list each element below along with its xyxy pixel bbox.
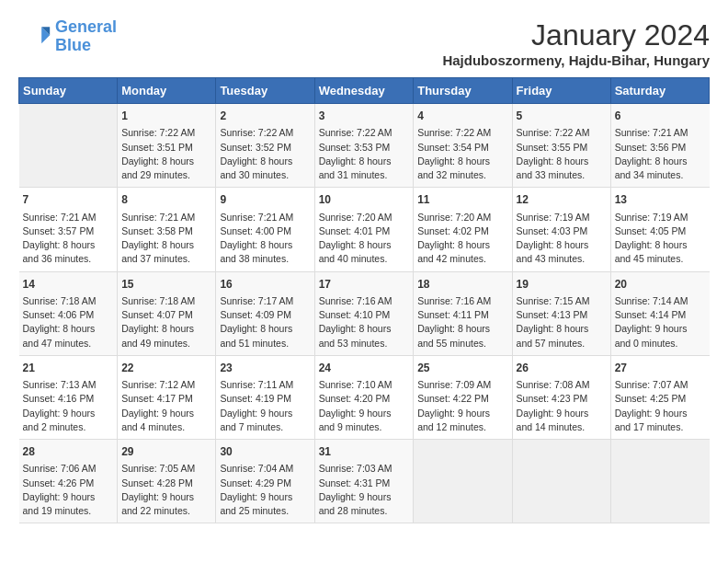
calendar-cell: 26Sunrise: 7:08 AM Sunset: 4:23 PM Dayli… — [512, 355, 610, 439]
day-number: 7 — [23, 192, 114, 208]
day-info: Sunrise: 7:10 AM Sunset: 4:20 PM Dayligh… — [319, 378, 410, 434]
day-info: Sunrise: 7:16 AM Sunset: 4:11 PM Dayligh… — [417, 294, 507, 350]
day-info: Sunrise: 7:12 AM Sunset: 4:17 PM Dayligh… — [121, 378, 211, 434]
day-number: 17 — [319, 277, 410, 293]
day-number: 1 — [121, 109, 211, 124]
day-number: 29 — [121, 444, 211, 460]
calendar-cell: 21Sunrise: 7:13 AM Sunset: 4:16 PM Dayli… — [19, 355, 118, 439]
day-number: 11 — [417, 192, 507, 208]
day-number: 12 — [517, 192, 607, 208]
day-info: Sunrise: 7:21 AM Sunset: 3:58 PM Dayligh… — [121, 211, 211, 267]
calendar-cell: 18Sunrise: 7:16 AM Sunset: 4:11 PM Dayli… — [414, 271, 512, 355]
weekday-header-monday: Monday — [118, 78, 216, 104]
day-info: Sunrise: 7:13 AM Sunset: 4:16 PM Dayligh… — [23, 378, 114, 434]
calendar-cell: 16Sunrise: 7:17 AM Sunset: 4:09 PM Dayli… — [216, 271, 314, 355]
day-number: 14 — [23, 277, 114, 293]
calendar-cell: 31Sunrise: 7:03 AM Sunset: 4:31 PM Dayli… — [314, 440, 414, 523]
calendar-week-1: 1Sunrise: 7:22 AM Sunset: 3:51 PM Daylig… — [19, 104, 710, 188]
logo-text: General Blue — [55, 18, 117, 55]
day-info: Sunrise: 7:03 AM Sunset: 4:31 PM Dayligh… — [319, 462, 410, 518]
weekday-header-thursday: Thursday — [414, 78, 512, 104]
location: Hajduboszormeny, Hajdu-Bihar, Hungary — [442, 52, 710, 68]
calendar-cell: 11Sunrise: 7:20 AM Sunset: 4:02 PM Dayli… — [414, 188, 512, 271]
day-info: Sunrise: 7:19 AM Sunset: 4:03 PM Dayligh… — [517, 211, 607, 267]
day-info: Sunrise: 7:22 AM Sunset: 3:54 PM Dayligh… — [417, 126, 507, 182]
day-number: 31 — [319, 444, 410, 460]
day-number: 15 — [121, 277, 211, 293]
day-info: Sunrise: 7:07 AM Sunset: 4:25 PM Dayligh… — [615, 378, 706, 434]
calendar-cell: 9Sunrise: 7:21 AM Sunset: 4:00 PM Daylig… — [216, 188, 314, 271]
weekday-header-row: SundayMondayTuesdayWednesdayThursdayFrid… — [19, 78, 710, 104]
calendar-cell: 23Sunrise: 7:11 AM Sunset: 4:19 PM Dayli… — [216, 355, 314, 439]
calendar-cell — [610, 440, 709, 523]
weekday-header-wednesday: Wednesday — [314, 78, 414, 104]
title-block: January 2024 Hajduboszormeny, Hajdu-Biha… — [442, 18, 710, 68]
calendar-cell: 27Sunrise: 7:07 AM Sunset: 4:25 PM Dayli… — [610, 355, 709, 439]
day-number: 3 — [319, 109, 410, 124]
calendar-cell: 29Sunrise: 7:05 AM Sunset: 4:28 PM Dayli… — [118, 440, 216, 523]
day-number: 25 — [417, 361, 507, 376]
day-number: 9 — [220, 192, 310, 208]
calendar-cell: 30Sunrise: 7:04 AM Sunset: 4:29 PM Dayli… — [216, 440, 314, 523]
day-info: Sunrise: 7:21 AM Sunset: 4:00 PM Dayligh… — [220, 211, 310, 267]
day-number: 24 — [319, 361, 410, 376]
calendar-cell — [414, 440, 512, 523]
calendar-cell: 12Sunrise: 7:19 AM Sunset: 4:03 PM Dayli… — [512, 188, 610, 271]
day-number: 30 — [220, 444, 310, 460]
day-number: 8 — [121, 192, 211, 208]
day-info: Sunrise: 7:22 AM Sunset: 3:51 PM Dayligh… — [121, 126, 211, 182]
calendar-cell: 19Sunrise: 7:15 AM Sunset: 4:13 PM Dayli… — [512, 271, 610, 355]
calendar-cell: 3Sunrise: 7:22 AM Sunset: 3:53 PM Daylig… — [314, 104, 414, 188]
calendar-cell: 22Sunrise: 7:12 AM Sunset: 4:17 PM Dayli… — [118, 355, 216, 439]
weekday-header-friday: Friday — [512, 78, 610, 104]
day-info: Sunrise: 7:19 AM Sunset: 4:05 PM Dayligh… — [615, 211, 706, 267]
calendar-cell: 4Sunrise: 7:22 AM Sunset: 3:54 PM Daylig… — [414, 104, 512, 188]
calendar-cell: 17Sunrise: 7:16 AM Sunset: 4:10 PM Dayli… — [314, 271, 414, 355]
day-number: 10 — [319, 192, 410, 208]
day-number: 19 — [517, 277, 607, 293]
day-number: 18 — [417, 277, 507, 293]
day-number: 21 — [23, 361, 114, 376]
day-info: Sunrise: 7:06 AM Sunset: 4:26 PM Dayligh… — [23, 462, 114, 518]
month-year: January 2024 — [442, 18, 710, 52]
day-info: Sunrise: 7:16 AM Sunset: 4:10 PM Dayligh… — [319, 294, 410, 350]
day-number: 4 — [417, 109, 507, 124]
day-info: Sunrise: 7:14 AM Sunset: 4:14 PM Dayligh… — [615, 294, 706, 350]
day-info: Sunrise: 7:22 AM Sunset: 3:52 PM Dayligh… — [220, 126, 310, 182]
day-info: Sunrise: 7:08 AM Sunset: 4:23 PM Dayligh… — [517, 378, 607, 434]
calendar-cell: 10Sunrise: 7:20 AM Sunset: 4:01 PM Dayli… — [314, 188, 414, 271]
day-info: Sunrise: 7:11 AM Sunset: 4:19 PM Dayligh… — [220, 378, 310, 434]
day-info: Sunrise: 7:15 AM Sunset: 4:13 PM Dayligh… — [517, 294, 607, 350]
day-number: 16 — [220, 277, 310, 293]
calendar-cell: 1Sunrise: 7:22 AM Sunset: 3:51 PM Daylig… — [118, 104, 216, 188]
calendar-cell: 2Sunrise: 7:22 AM Sunset: 3:52 PM Daylig… — [216, 104, 314, 188]
calendar-cell: 6Sunrise: 7:21 AM Sunset: 3:56 PM Daylig… — [610, 104, 709, 188]
day-info: Sunrise: 7:21 AM Sunset: 3:56 PM Dayligh… — [615, 126, 706, 182]
day-number: 26 — [517, 361, 607, 376]
day-number: 23 — [220, 361, 310, 376]
day-info: Sunrise: 7:21 AM Sunset: 3:57 PM Dayligh… — [23, 211, 114, 267]
day-info: Sunrise: 7:18 AM Sunset: 4:06 PM Dayligh… — [23, 294, 114, 350]
day-number: 5 — [517, 109, 607, 124]
calendar-week-4: 21Sunrise: 7:13 AM Sunset: 4:16 PM Dayli… — [19, 355, 710, 439]
day-info: Sunrise: 7:17 AM Sunset: 4:09 PM Dayligh… — [220, 294, 310, 350]
day-number: 28 — [23, 444, 114, 460]
page-header: General Blue January 2024 Hajduboszormen… — [18, 18, 710, 68]
calendar-table: SundayMondayTuesdayWednesdayThursdayFrid… — [18, 77, 710, 523]
calendar-cell: 28Sunrise: 7:06 AM Sunset: 4:26 PM Dayli… — [19, 440, 118, 523]
calendar-cell: 13Sunrise: 7:19 AM Sunset: 4:05 PM Dayli… — [610, 188, 709, 271]
day-number: 6 — [615, 109, 706, 124]
day-info: Sunrise: 7:20 AM Sunset: 4:02 PM Dayligh… — [417, 211, 507, 267]
day-info: Sunrise: 7:18 AM Sunset: 4:07 PM Dayligh… — [121, 294, 211, 350]
calendar-cell: 7Sunrise: 7:21 AM Sunset: 3:57 PM Daylig… — [19, 188, 118, 271]
calendar-cell: 25Sunrise: 7:09 AM Sunset: 4:22 PM Dayli… — [414, 355, 512, 439]
weekday-header-saturday: Saturday — [610, 78, 709, 104]
day-info: Sunrise: 7:22 AM Sunset: 3:55 PM Dayligh… — [517, 126, 607, 182]
weekday-header-tuesday: Tuesday — [216, 78, 314, 104]
calendar-cell: 24Sunrise: 7:10 AM Sunset: 4:20 PM Dayli… — [314, 355, 414, 439]
day-info: Sunrise: 7:22 AM Sunset: 3:53 PM Dayligh… — [319, 126, 410, 182]
day-number: 22 — [121, 361, 211, 376]
calendar-cell: 20Sunrise: 7:14 AM Sunset: 4:14 PM Dayli… — [610, 271, 709, 355]
calendar-week-5: 28Sunrise: 7:06 AM Sunset: 4:26 PM Dayli… — [19, 440, 710, 523]
calendar-week-3: 14Sunrise: 7:18 AM Sunset: 4:06 PM Dayli… — [19, 271, 710, 355]
